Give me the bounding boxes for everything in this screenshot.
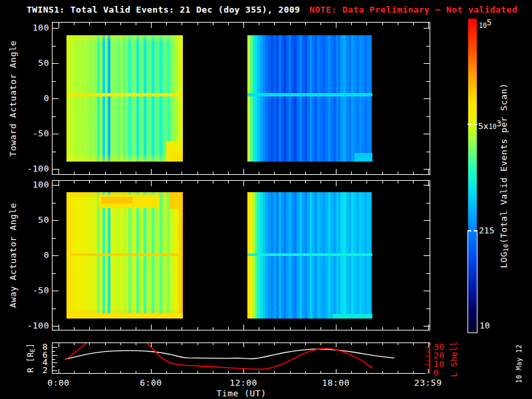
datestamp: 10 May 12 — [515, 324, 524, 399]
colorbar-label-215: 215 — [479, 225, 494, 235]
axis-tick — [136, 371, 136, 373]
axis-tick — [321, 172, 321, 174]
axis-tick — [53, 370, 57, 371]
axis-tick — [53, 152, 56, 152]
axis-tick — [290, 371, 291, 373]
axis-tick — [74, 343, 74, 345]
axis-tick — [243, 181, 244, 186]
axis-tick — [53, 359, 55, 360]
axis-tick — [426, 238, 430, 239]
title-note: NOTE: Data Preliminary – Not validated — [309, 5, 517, 15]
axis-tick — [53, 255, 59, 256]
axis-tick — [74, 23, 74, 25]
axis-tick — [259, 327, 259, 330]
away-panel-frame — [52, 180, 430, 331]
axis-tick — [89, 327, 90, 330]
ytick-label-away: -50 — [24, 285, 49, 295]
title-main: TWINS1: Total Valid Events: 21 Dec (doy … — [27, 5, 300, 15]
axis-tick — [151, 343, 152, 347]
axis-tick — [424, 220, 430, 221]
axis-tick — [243, 23, 244, 28]
axis-tick — [228, 371, 229, 373]
axis-tick — [120, 343, 121, 345]
axis-tick — [274, 327, 275, 330]
axis-tick — [243, 369, 244, 373]
axis-tick — [53, 366, 55, 367]
time-axis-title: Time (UT) — [175, 388, 308, 398]
axis-tick — [259, 172, 259, 174]
axis-tick — [53, 98, 59, 99]
axis-tick — [105, 371, 106, 373]
axis-tick — [136, 172, 136, 174]
axis-tick — [274, 23, 275, 25]
axis-tick — [53, 326, 59, 327]
axis-tick — [398, 343, 398, 345]
axis-tick — [53, 220, 59, 221]
axis-tick — [151, 181, 152, 186]
axis-tick — [382, 23, 383, 25]
axis-tick — [59, 325, 59, 330]
axis-tick — [321, 327, 321, 330]
axis-tick — [382, 343, 383, 345]
axis-tick — [259, 23, 259, 25]
axis-tick — [120, 172, 121, 174]
xtick-label: 18:00 — [316, 378, 356, 388]
axis-tick — [426, 46, 430, 47]
axis-tick — [290, 327, 291, 330]
colorbar-label-top-sup: 5 — [487, 18, 491, 27]
axis-tick — [426, 152, 430, 152]
axis-tick — [53, 203, 56, 203]
axis-tick — [89, 172, 90, 174]
axis-tick — [259, 181, 259, 184]
axis-tick — [53, 116, 56, 117]
axis-tick — [213, 343, 213, 345]
axis-tick — [53, 273, 56, 274]
colorbar-mark-5000 — [467, 124, 477, 125]
axis-tick — [336, 343, 336, 347]
axis-tick — [53, 46, 56, 47]
axis-tick — [398, 181, 398, 184]
axis-tick — [182, 327, 182, 330]
axis-tick — [228, 172, 229, 174]
colorbar-title-sub: 10 — [503, 243, 509, 251]
axis-tick — [336, 325, 336, 330]
axis-tick — [305, 343, 306, 345]
plot-stage: TWINS1: Total Valid Events: 21 Dec (doy … — [0, 0, 532, 399]
axis-tick — [74, 181, 74, 184]
axis-tick — [429, 345, 430, 374]
axis-tick — [151, 369, 152, 373]
axis-tick — [398, 23, 398, 25]
axis-tick — [151, 325, 152, 330]
colorbar-title: LOG10(Total Valid Events per Scan) — [497, 9, 511, 342]
ytick-label-away: 50 — [24, 215, 49, 225]
axis-tick — [74, 327, 74, 330]
axis-tick — [166, 181, 167, 184]
axis-tick — [351, 23, 352, 25]
away-axis-title: Away Actuator Angle — [7, 172, 20, 338]
ytick-label-toward: -50 — [24, 128, 49, 138]
axis-tick — [305, 23, 306, 25]
axis-tick — [321, 343, 321, 345]
axis-tick — [290, 23, 291, 25]
axis-tick — [166, 371, 167, 373]
axis-tick — [413, 371, 414, 373]
axis-tick — [382, 327, 383, 330]
axis-tick — [105, 181, 106, 184]
axis-tick — [74, 371, 74, 373]
axis-tick — [120, 23, 121, 25]
axis-tick — [198, 343, 198, 345]
axis-tick — [424, 98, 430, 99]
axis-tick — [53, 81, 56, 82]
axis-tick — [305, 181, 306, 184]
colorbar-lower-frame — [467, 230, 477, 333]
axis-tick — [398, 172, 398, 174]
axis-tick — [53, 238, 56, 239]
axis-tick — [213, 23, 213, 25]
axis-tick — [366, 23, 367, 25]
axis-tick — [426, 116, 430, 117]
xtick-label: 23:59 — [408, 378, 448, 388]
axis-tick — [398, 371, 398, 373]
axis-tick — [336, 369, 336, 373]
axis-tick — [120, 327, 121, 330]
xtick-label: 6:00 — [131, 378, 171, 388]
